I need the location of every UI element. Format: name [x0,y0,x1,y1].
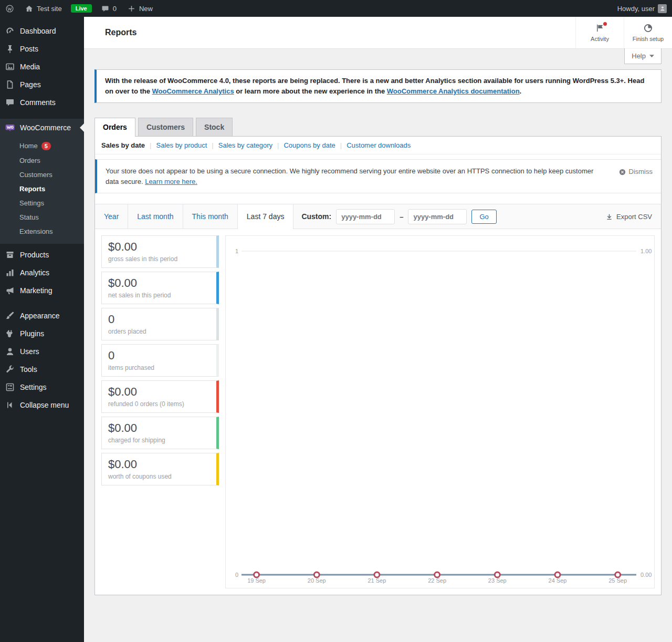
sidebar-item-label: Products [20,251,49,259]
date-to-input[interactable] [408,209,467,224]
y-axis-left-top: 1 [235,248,238,254]
download-arrow-icon [605,213,613,221]
sidebar-item-collapse-menu[interactable]: Collapse menu [0,396,84,414]
x-axis-label: 24 Sep [549,577,567,584]
tab-orders[interactable]: Orders [94,118,135,137]
settings-icon [5,382,15,392]
sidebar-item-label: Posts [20,45,38,53]
dashboard-icon [5,26,15,36]
range-last-month[interactable]: Last month [128,204,183,229]
stat-coupons: $0.00 worth of coupons used [101,453,219,485]
stat-value: 0 [108,313,210,326]
submenu-item-extensions[interactable]: Extensions [0,224,84,239]
stat-label: items purchased [108,364,210,371]
sidebar-item-users[interactable]: Users [0,343,84,360]
collapse-arrow-icon [5,400,15,410]
range-last-7-days[interactable]: Last 7 days [238,204,294,229]
sidebar-item-label: Tools [20,365,37,374]
live-badge: Live [71,4,92,13]
activity-button[interactable]: Activity [575,17,624,48]
submenu-item-reports[interactable]: Reports [0,182,84,196]
date-range-separator: – [400,213,403,221]
submenu-item-home[interactable]: Home5 [0,139,84,153]
account-menu[interactable]: Howdy, user [612,0,672,17]
subnav-separator: | [340,141,342,149]
subnav-sales-by-product[interactable]: Sales by product [156,141,207,149]
subnav-sales-by-category[interactable]: Sales by category [218,141,272,149]
tab-stock[interactable]: Stock [196,118,233,136]
wordpress-logo[interactable] [0,0,19,17]
stat-label: worth of coupons used [108,473,210,480]
learn-more-link[interactable]: Learn more here. [145,178,197,185]
subnav-sales-by-date[interactable]: Sales by date [101,141,145,149]
sidebar-item-media[interactable]: Media [0,58,84,76]
site-name-link[interactable]: Test site [19,0,67,17]
stat-value: 0 [108,349,210,363]
submenu-item-settings[interactable]: Settings [0,196,84,210]
chart-marker [555,572,560,577]
sidebar-item-settings[interactable]: Settings [0,378,84,396]
sidebar-item-products[interactable]: Products [0,246,84,264]
chart-marker [314,572,319,577]
submenu-item-label: Orders [19,157,40,164]
x-axis-label: 20 Sep [308,577,326,584]
comments-shortcut[interactable]: 0 [96,0,122,17]
sidebar-item-analytics[interactable]: Analytics [0,264,84,282]
new-content-button[interactable]: New [122,0,158,17]
date-from-input[interactable] [336,209,395,224]
sidebar-item-dashboard[interactable]: Dashboard [0,22,84,40]
custom-range-controls: Custom: – Go [293,204,504,229]
range-this-month[interactable]: This month [183,204,238,229]
activity-panel-tabs: Activity Finish setup [575,17,672,48]
flag-icon [595,23,605,33]
brush-icon [5,310,15,321]
export-csv-label: Export CSV [616,213,652,221]
plus-icon [127,4,136,13]
finish-setup-button[interactable]: Finish setup [624,17,672,48]
export-csv-button[interactable]: Export CSV [596,204,661,229]
sidebar-item-pages[interactable]: Pages [0,76,84,94]
sidebar-item-woocommerce[interactable]: WooCommerce [0,119,84,137]
range-year[interactable]: Year [95,204,128,229]
sidebar-item-label: Dashboard [20,27,56,35]
wrench-icon [5,364,15,375]
admin-bar-right: Howdy, user [612,0,672,17]
go-button[interactable]: Go [471,210,496,224]
comment-count: 0 [113,5,117,13]
comments-bubble-icon [101,4,110,13]
submenu-item-status[interactable]: Status [0,210,84,224]
pin-icon [5,44,15,54]
y-axis-left-bottom: 0 [235,572,238,578]
sidebar-item-comments[interactable]: Comments [0,94,84,111]
sidebar-item-plugins[interactable]: Plugins [0,325,84,343]
user-icon [5,346,15,357]
submenu-item-label: Home [19,142,38,150]
sidebar-item-marketing[interactable]: Marketing [0,282,84,299]
https-warning-text: Your store does not appear to be using a… [106,166,608,187]
sidebar-item-tools[interactable]: Tools [0,360,84,378]
avatar [658,4,667,13]
report-subnav: Sales by date | Sales by product | Sales… [95,137,661,154]
tab-customers[interactable]: Customers [138,118,193,136]
howdy-label: Howdy, user [617,5,655,13]
analytics-documentation-link[interactable]: WooCommerce Analytics documentation [387,87,520,95]
subnav-customer-downloads[interactable]: Customer downloads [346,141,411,149]
dismiss-button[interactable]: Dismiss [618,167,653,177]
sidebar-item-appearance[interactable]: Appearance [0,307,84,325]
stat-label: orders placed [108,328,210,335]
page-header: Reports Activity Finish setup [84,17,672,48]
submenu-item-orders[interactable]: Orders [0,153,84,168]
sidebar-item-posts[interactable]: Posts [0,40,84,58]
help-dropdown[interactable]: Help [624,48,662,64]
x-axis-label: 21 Sep [368,577,386,584]
stat-shipping: $0.00 charged for shipping [101,417,219,449]
dismiss-circle-icon [618,168,626,176]
plug-icon [5,328,15,339]
subnav-coupons-by-date[interactable]: Coupons by date [284,141,335,149]
chart-marker [615,572,621,577]
sales-chart: 1 1.00 0 0.00 19 Sep20 Sep21 Sep22 Sep23… [225,235,655,588]
sidebar-item-label: Marketing [20,286,52,295]
woocommerce-analytics-link[interactable]: WooCommerce Analytics [152,87,234,95]
home-icon [25,4,34,13]
submenu-item-customers[interactable]: Customers [0,168,84,182]
